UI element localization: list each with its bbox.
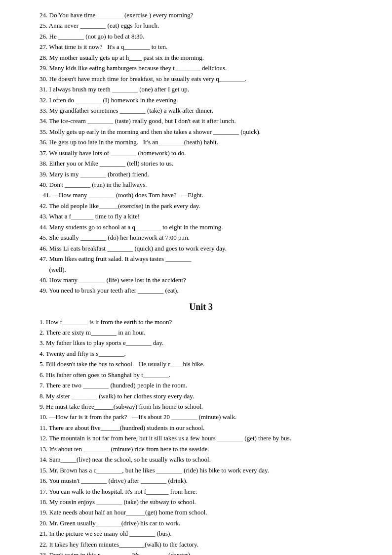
- line: 1. How f________ is it from the earth to…: [39, 317, 362, 327]
- line: 4. Twenty and fifty is s________.: [39, 348, 362, 359]
- line: 34. The ice-cream ________ (taste) reall…: [39, 116, 362, 126]
- line: 28. My mother usually gets up at h____ p…: [39, 52, 362, 63]
- line: 49. You need to brush your teeth after _…: [39, 285, 362, 296]
- line: 23. Don't swim in this r________. It's _…: [39, 550, 362, 555]
- line: 47. Mum likes eating fruit salad. It alw…: [39, 254, 362, 264]
- line: 2. There are sixty m________ in an hour.: [39, 327, 362, 338]
- line: 14. Sam_____(live) near the school, so h…: [39, 454, 362, 465]
- line: 39. Mary is my ________ (brother) friend…: [39, 169, 362, 179]
- line: 25. Anna never ________ (eat) eggs for l…: [39, 20, 362, 31]
- line: 11. There are about five______(hundred) …: [39, 423, 362, 433]
- line: 24. Do You have time ________ (exercise …: [39, 10, 362, 20]
- line: 13. It's about ten ________ (minute) rid…: [39, 444, 362, 454]
- line: 19. Kate needs about half an hour______(…: [39, 507, 362, 517]
- line: 33. My grandfather sometimes ________ (t…: [39, 105, 362, 116]
- line: 9. He must take three______(subway) from…: [39, 401, 362, 412]
- line: 30. He doesn't have much time for breakf…: [39, 74, 362, 84]
- unit2-section: 24. Do You have time ________ (exercise …: [39, 10, 362, 296]
- line: 37. We usually have lots of ________ (ho…: [39, 148, 362, 158]
- line: 3. My father likes to play sports e_____…: [39, 338, 362, 348]
- line: 41. —How many ________ (tooth) does Tom …: [39, 190, 362, 200]
- line: 15. Mr. Brown has a c________, but he li…: [39, 465, 362, 475]
- line: 27. What time is it now? It's a q_______…: [39, 42, 362, 52]
- line: 31. I always brush my teeth ________ (on…: [39, 84, 362, 94]
- line: 29. Many kids like eating hamburgers bec…: [39, 63, 362, 73]
- line: 44. Many students go to school at a q___…: [39, 222, 362, 232]
- line: 43. What a f_______ time to fly a kite!: [39, 211, 362, 221]
- line: 45. She usually ________ (do) her homewo…: [39, 232, 362, 243]
- line: 10. —How far is it from the park? —It's …: [39, 412, 362, 422]
- line: 35. Molly gets up early in the morning a…: [39, 127, 362, 137]
- line: 38. Either you or Mike ________ (tell) s…: [39, 158, 362, 169]
- line: 6. His father often goes to Shanghai by …: [39, 370, 362, 380]
- line: 7. There are two ________ (hundred) peop…: [39, 380, 362, 390]
- line: 46. Miss Li eats breakfast ________ (qui…: [39, 243, 362, 254]
- line: 8. My sister ________ (walk) to her clot…: [39, 391, 362, 401]
- line: (well).: [39, 264, 362, 275]
- line: 48. How many ________ (life) were lost i…: [39, 275, 362, 285]
- worksheet: 24. Do You have time ________ (exercise …: [39, 10, 362, 555]
- line: 40. Don't ________ (run) in the hallways…: [39, 179, 362, 190]
- line: 20. Mr. Green usually________(drive) his…: [39, 518, 362, 528]
- line: 26. He ________ (not go) to bed at 8:30.: [39, 31, 362, 42]
- line: 21. In the picture we see many old _____…: [39, 528, 362, 539]
- line: 32. I often do ________ (I) homework in …: [39, 95, 362, 105]
- unit3-section: 1. How f________ is it from the earth to…: [39, 317, 362, 555]
- line: 36. He gets up too late in the morning. …: [39, 137, 362, 147]
- line: 5. Bill doesn't take the bus to school. …: [39, 359, 362, 369]
- line: 42. The old people like______(exercise) …: [39, 201, 362, 211]
- line: 16. You mustn't ________ (drive) after _…: [39, 475, 362, 486]
- line: 18. My cousin enjoys ________ (take) the…: [39, 497, 362, 507]
- line: 22. It takes hey fifteen minutes________…: [39, 539, 362, 550]
- line: 12. The mountain is not far from here, b…: [39, 433, 362, 443]
- line: 17. You can walk to the hospital. It's n…: [39, 486, 362, 497]
- unit3-title: Unit 3: [39, 300, 362, 315]
